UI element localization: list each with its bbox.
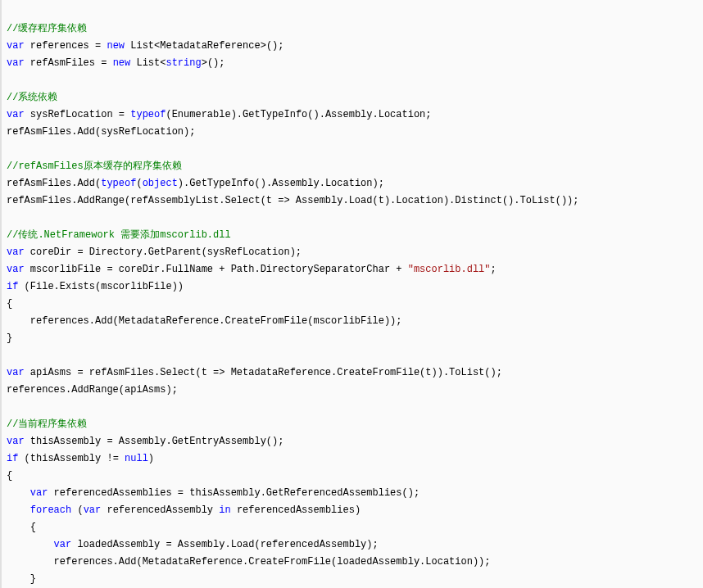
keyword: if xyxy=(7,453,18,464)
keyword: var xyxy=(7,40,25,52)
code-text: mscorlibFile = coreDir.FullName + Path.D… xyxy=(25,264,408,275)
code-text: { xyxy=(7,298,12,310)
comment: //缓存程序集依赖 xyxy=(7,23,87,34)
code-text: >(); xyxy=(202,57,225,69)
comment: //系统依赖 xyxy=(7,92,57,103)
code-text: ) xyxy=(148,453,154,464)
keyword: var xyxy=(54,539,72,550)
code-text xyxy=(7,487,30,499)
keyword: var xyxy=(7,264,25,275)
keyword: var xyxy=(7,367,25,378)
keyword: typeof xyxy=(101,178,136,189)
code-text: references.Add(MetadataReference.CreateF… xyxy=(7,556,491,568)
keyword: var xyxy=(30,487,48,499)
keyword: string xyxy=(166,57,201,69)
code-text: List<MetadataReference>(); xyxy=(125,40,283,52)
code-text xyxy=(7,539,54,550)
code-text: } xyxy=(7,332,12,344)
code-text: refAsmFiles.Add( xyxy=(7,178,101,189)
code-text: referencedAssemblies = thisAssembly.GetR… xyxy=(48,487,420,499)
comment: //当前程序集依赖 xyxy=(7,418,87,430)
code-text: { xyxy=(7,470,12,482)
code-text: refAsmFiles = xyxy=(25,57,113,69)
keyword: var xyxy=(7,57,25,69)
code-text: sysRefLocation = xyxy=(25,109,131,120)
code-text: loadedAssembly = Assembly.Load(reference… xyxy=(71,539,378,550)
code-text: (Enumerable).GetTypeInfo().Assembly.Loca… xyxy=(166,109,431,120)
code-text: ; xyxy=(491,264,497,275)
code-text: refAsmFiles.AddRange(refAssemblyList.Sel… xyxy=(7,195,579,206)
code-text: List< xyxy=(130,57,166,69)
code-text: referencedAssemblies) xyxy=(231,504,361,516)
comment: //refAsmFiles原本缓存的程序集依赖 xyxy=(7,161,182,172)
code-text: refAsmFiles.Add(sysRefLocation); xyxy=(7,126,195,138)
code-text: ( xyxy=(136,178,142,189)
code-text: (File.Exists(mscorlibFile)) xyxy=(18,281,184,292)
keyword: new xyxy=(113,57,131,69)
code-text xyxy=(7,504,30,516)
keyword: new xyxy=(107,40,125,52)
code-text: references.AddRange(apiAsms); xyxy=(7,384,178,396)
keyword: object xyxy=(143,178,178,189)
keyword: var xyxy=(7,247,25,258)
code-text: (thisAssembly != xyxy=(18,453,125,464)
string: "mscorlib.dll" xyxy=(408,264,491,275)
code-text: apiAsms = refAsmFiles.Select(t => Metada… xyxy=(25,367,502,378)
code-block: //缓存程序集依赖 var references = new List<Meta… xyxy=(0,0,703,588)
keyword: in xyxy=(219,504,230,516)
code-text: ).GetTypeInfo().Assembly.Location); xyxy=(178,178,384,189)
keyword: foreach xyxy=(30,504,71,516)
keyword: typeof xyxy=(130,109,166,120)
code-text: ( xyxy=(71,504,83,516)
comment: //传统.NetFramework 需要添加mscorlib.dll xyxy=(7,229,231,241)
code-text: { xyxy=(7,522,36,533)
code-text: referencedAssembly xyxy=(101,504,219,516)
keyword: var xyxy=(7,109,25,120)
keyword: if xyxy=(7,281,18,292)
keyword: var xyxy=(84,504,102,516)
code-text: references.Add(MetadataReference.CreateF… xyxy=(7,315,401,327)
code-text: } xyxy=(7,573,36,585)
keyword: null xyxy=(125,453,148,464)
code-text: thisAssembly = Assembly.GetEntryAssembly… xyxy=(25,436,284,447)
code-text: coreDir = Directory.GetParent(sysRefLoca… xyxy=(25,247,302,258)
code-text: references = xyxy=(25,40,107,52)
keyword: var xyxy=(7,436,25,447)
